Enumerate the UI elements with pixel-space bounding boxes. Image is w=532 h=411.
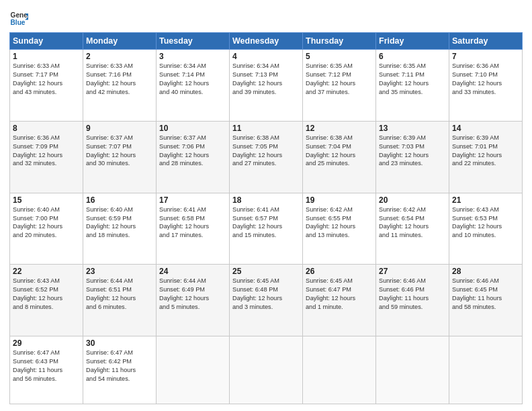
day-number: 21 bbox=[452, 195, 519, 205]
day-number: 19 bbox=[306, 195, 373, 205]
calendar-cell: 21Sunrise: 6:43 AM Sunset: 6:53 PM Dayli… bbox=[449, 193, 523, 265]
day-number: 28 bbox=[452, 267, 519, 276]
header: General Blue bbox=[9, 7, 523, 28]
day-header-sunday: Sunday bbox=[10, 33, 83, 50]
day-number: 17 bbox=[159, 195, 226, 205]
calendar-week-1: 1Sunrise: 6:33 AM Sunset: 7:17 PM Daylig… bbox=[10, 50, 523, 122]
calendar-cell: 9Sunrise: 6:37 AM Sunset: 7:07 PM Daylig… bbox=[83, 121, 157, 193]
day-header-tuesday: Tuesday bbox=[157, 33, 230, 50]
day-header-thursday: Thursday bbox=[303, 33, 376, 50]
calendar-week-5: 29Sunrise: 6:47 AM Sunset: 6:43 PM Dayli… bbox=[10, 336, 523, 404]
calendar-cell: 13Sunrise: 6:39 AM Sunset: 7:03 PM Dayli… bbox=[376, 121, 449, 193]
calendar-cell: 6Sunrise: 6:35 AM Sunset: 7:11 PM Daylig… bbox=[376, 50, 449, 122]
day-info: Sunrise: 6:45 AM Sunset: 6:48 PM Dayligh… bbox=[232, 277, 300, 312]
calendar-cell: 16Sunrise: 6:40 AM Sunset: 6:59 PM Dayli… bbox=[83, 193, 157, 265]
day-info: Sunrise: 6:35 AM Sunset: 7:11 PM Dayligh… bbox=[379, 62, 446, 97]
calendar-cell: 26Sunrise: 6:45 AM Sunset: 6:47 PM Dayli… bbox=[303, 265, 376, 336]
calendar-cell bbox=[230, 336, 303, 404]
calendar-cell: 4Sunrise: 6:34 AM Sunset: 7:13 PM Daylig… bbox=[230, 50, 303, 122]
day-info: Sunrise: 6:36 AM Sunset: 7:10 PM Dayligh… bbox=[452, 62, 519, 97]
day-info: Sunrise: 6:39 AM Sunset: 7:03 PM Dayligh… bbox=[379, 134, 446, 169]
logo-icon: General Blue bbox=[9, 9, 28, 28]
day-info: Sunrise: 6:37 AM Sunset: 7:06 PM Dayligh… bbox=[159, 134, 226, 169]
calendar-week-3: 15Sunrise: 6:40 AM Sunset: 7:00 PM Dayli… bbox=[10, 193, 523, 265]
logo: General Blue bbox=[9, 9, 28, 28]
day-info: Sunrise: 6:42 AM Sunset: 6:55 PM Dayligh… bbox=[306, 205, 373, 240]
day-number: 1 bbox=[13, 52, 80, 61]
calendar-week-2: 8Sunrise: 6:36 AM Sunset: 7:09 PM Daylig… bbox=[10, 121, 523, 193]
day-number: 8 bbox=[13, 124, 80, 133]
day-number: 20 bbox=[379, 195, 446, 205]
svg-text:General: General bbox=[11, 11, 28, 19]
day-info: Sunrise: 6:42 AM Sunset: 6:54 PM Dayligh… bbox=[379, 205, 446, 240]
calendar-cell bbox=[376, 336, 449, 404]
calendar-cell: 7Sunrise: 6:36 AM Sunset: 7:10 PM Daylig… bbox=[449, 50, 523, 122]
calendar-body: 1Sunrise: 6:33 AM Sunset: 7:17 PM Daylig… bbox=[10, 50, 523, 404]
svg-text:Blue: Blue bbox=[11, 19, 26, 26]
day-number: 3 bbox=[159, 52, 226, 61]
day-number: 16 bbox=[86, 195, 153, 205]
day-number: 22 bbox=[13, 267, 80, 276]
calendar-cell: 27Sunrise: 6:46 AM Sunset: 6:46 PM Dayli… bbox=[376, 265, 449, 336]
day-number: 15 bbox=[13, 195, 80, 205]
day-header-monday: Monday bbox=[83, 33, 157, 50]
day-number: 4 bbox=[232, 52, 300, 61]
day-info: Sunrise: 6:47 AM Sunset: 6:43 PM Dayligh… bbox=[13, 349, 80, 383]
day-number: 30 bbox=[86, 338, 153, 348]
calendar-cell: 23Sunrise: 6:44 AM Sunset: 6:51 PM Dayli… bbox=[83, 265, 157, 336]
day-info: Sunrise: 6:38 AM Sunset: 7:04 PM Dayligh… bbox=[306, 134, 373, 169]
calendar-cell: 1Sunrise: 6:33 AM Sunset: 7:17 PM Daylig… bbox=[10, 50, 83, 122]
day-header-saturday: Saturday bbox=[449, 33, 523, 50]
day-info: Sunrise: 6:41 AM Sunset: 6:58 PM Dayligh… bbox=[159, 205, 226, 240]
day-info: Sunrise: 6:38 AM Sunset: 7:05 PM Dayligh… bbox=[232, 134, 300, 169]
calendar-cell: 14Sunrise: 6:39 AM Sunset: 7:01 PM Dayli… bbox=[449, 121, 523, 193]
day-number: 6 bbox=[379, 52, 446, 61]
day-info: Sunrise: 6:40 AM Sunset: 7:00 PM Dayligh… bbox=[13, 205, 80, 240]
calendar-cell: 19Sunrise: 6:42 AM Sunset: 6:55 PM Dayli… bbox=[303, 193, 376, 265]
day-number: 7 bbox=[452, 52, 519, 61]
calendar-cell: 29Sunrise: 6:47 AM Sunset: 6:43 PM Dayli… bbox=[10, 336, 83, 404]
calendar-cell: 5Sunrise: 6:35 AM Sunset: 7:12 PM Daylig… bbox=[303, 50, 376, 122]
day-info: Sunrise: 6:35 AM Sunset: 7:12 PM Dayligh… bbox=[306, 62, 373, 97]
day-info: Sunrise: 6:44 AM Sunset: 6:49 PM Dayligh… bbox=[159, 277, 226, 312]
calendar-cell: 24Sunrise: 6:44 AM Sunset: 6:49 PM Dayli… bbox=[157, 265, 230, 336]
day-info: Sunrise: 6:46 AM Sunset: 6:45 PM Dayligh… bbox=[452, 277, 519, 312]
day-number: 26 bbox=[306, 267, 373, 276]
calendar-cell bbox=[449, 336, 523, 404]
day-header-friday: Friday bbox=[376, 33, 449, 50]
day-info: Sunrise: 6:33 AM Sunset: 7:16 PM Dayligh… bbox=[86, 62, 153, 97]
calendar-cell: 30Sunrise: 6:47 AM Sunset: 6:42 PM Dayli… bbox=[83, 336, 157, 404]
calendar-cell: 10Sunrise: 6:37 AM Sunset: 7:06 PM Dayli… bbox=[157, 121, 230, 193]
calendar-cell: 28Sunrise: 6:46 AM Sunset: 6:45 PM Dayli… bbox=[449, 265, 523, 336]
day-info: Sunrise: 6:36 AM Sunset: 7:09 PM Dayligh… bbox=[13, 134, 80, 169]
calendar-cell: 12Sunrise: 6:38 AM Sunset: 7:04 PM Dayli… bbox=[303, 121, 376, 193]
day-number: 9 bbox=[86, 124, 153, 133]
day-number: 5 bbox=[306, 52, 373, 61]
day-info: Sunrise: 6:44 AM Sunset: 6:51 PM Dayligh… bbox=[86, 277, 153, 312]
day-number: 18 bbox=[232, 195, 300, 205]
day-info: Sunrise: 6:47 AM Sunset: 6:42 PM Dayligh… bbox=[86, 349, 153, 383]
day-info: Sunrise: 6:39 AM Sunset: 7:01 PM Dayligh… bbox=[452, 134, 519, 169]
day-number: 27 bbox=[379, 267, 446, 276]
calendar-cell: 18Sunrise: 6:41 AM Sunset: 6:57 PM Dayli… bbox=[230, 193, 303, 265]
calendar-cell: 22Sunrise: 6:43 AM Sunset: 6:52 PM Dayli… bbox=[10, 265, 83, 336]
day-info: Sunrise: 6:34 AM Sunset: 7:14 PM Dayligh… bbox=[159, 62, 226, 97]
calendar-table: SundayMondayTuesdayWednesdayThursdayFrid… bbox=[9, 32, 523, 404]
calendar-cell: 17Sunrise: 6:41 AM Sunset: 6:58 PM Dayli… bbox=[157, 193, 230, 265]
calendar-cell: 15Sunrise: 6:40 AM Sunset: 7:00 PM Dayli… bbox=[10, 193, 83, 265]
day-number: 25 bbox=[232, 267, 300, 276]
calendar-cell: 20Sunrise: 6:42 AM Sunset: 6:54 PM Dayli… bbox=[376, 193, 449, 265]
day-number: 10 bbox=[159, 124, 226, 133]
day-number: 29 bbox=[13, 338, 80, 348]
day-info: Sunrise: 6:43 AM Sunset: 6:52 PM Dayligh… bbox=[13, 277, 80, 312]
calendar-cell: 3Sunrise: 6:34 AM Sunset: 7:14 PM Daylig… bbox=[157, 50, 230, 122]
day-number: 12 bbox=[306, 124, 373, 133]
day-info: Sunrise: 6:34 AM Sunset: 7:13 PM Dayligh… bbox=[232, 62, 300, 97]
calendar-cell: 11Sunrise: 6:38 AM Sunset: 7:05 PM Dayli… bbox=[230, 121, 303, 193]
calendar-header-row: SundayMondayTuesdayWednesdayThursdayFrid… bbox=[10, 33, 523, 50]
day-number: 23 bbox=[86, 267, 153, 276]
day-info: Sunrise: 6:43 AM Sunset: 6:53 PM Dayligh… bbox=[452, 205, 519, 240]
day-header-wednesday: Wednesday bbox=[230, 33, 303, 50]
day-number: 24 bbox=[159, 267, 226, 276]
calendar-week-4: 22Sunrise: 6:43 AM Sunset: 6:52 PM Dayli… bbox=[10, 265, 523, 336]
